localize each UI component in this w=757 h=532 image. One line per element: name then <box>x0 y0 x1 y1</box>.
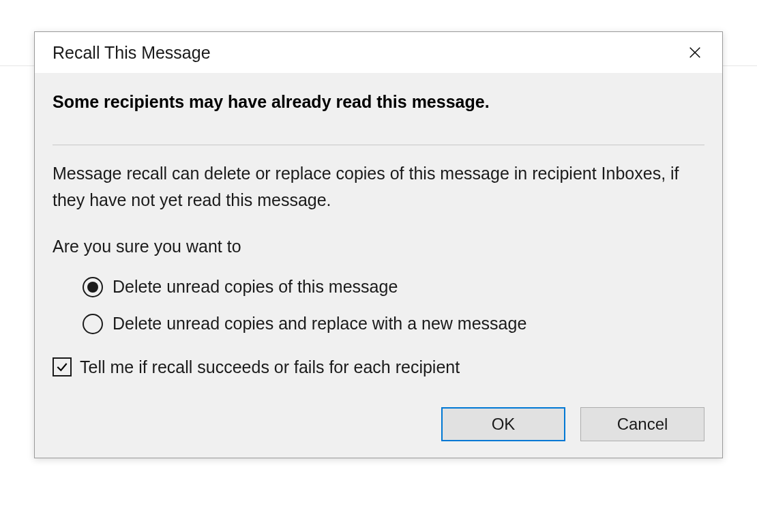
section-divider <box>53 145 704 145</box>
dialog-button-row: OK Cancel <box>53 407 704 441</box>
close-button[interactable] <box>681 39 709 66</box>
radio-replace-label: Delete unread copies and replace with a … <box>113 314 526 334</box>
dialog-title: Recall This Message <box>53 43 211 63</box>
radio-selected-dot <box>87 282 98 293</box>
ok-button[interactable]: OK <box>441 407 565 441</box>
radio-delete-unread[interactable]: Delete unread copies of this message <box>83 277 704 297</box>
checkmark-icon <box>55 360 69 374</box>
checkbox-indicator <box>53 357 72 376</box>
warning-heading: Some recipients may have already read th… <box>53 92 704 112</box>
radio-delete-and-replace[interactable]: Delete unread copies and replace with a … <box>83 314 704 334</box>
dialog-titlebar: Recall This Message <box>35 32 722 73</box>
cancel-button[interactable]: Cancel <box>580 407 704 441</box>
radio-indicator <box>83 277 103 297</box>
recall-message-dialog: Recall This Message Some recipients may … <box>34 31 723 458</box>
prompt-text: Are you sure you want to <box>53 237 704 256</box>
notify-checkbox-row[interactable]: Tell me if recall succeeds or fails for … <box>53 357 704 377</box>
radio-delete-label: Delete unread copies of this message <box>113 277 398 297</box>
description-text: Message recall can delete or replace cop… <box>53 160 704 213</box>
recall-options-group: Delete unread copies of this message Del… <box>83 277 704 334</box>
notify-checkbox-label: Tell me if recall succeeds or fails for … <box>80 357 460 377</box>
close-icon <box>687 45 702 60</box>
dialog-body: Some recipients may have already read th… <box>35 73 722 458</box>
radio-indicator <box>83 314 103 334</box>
